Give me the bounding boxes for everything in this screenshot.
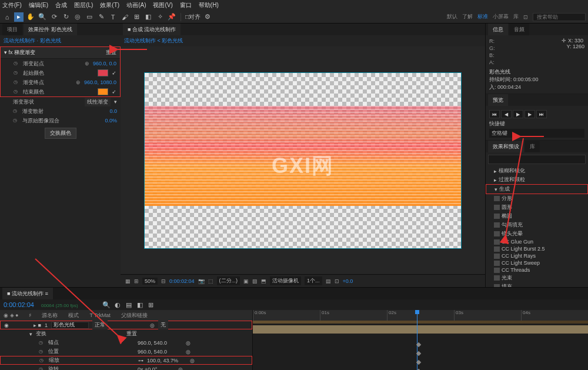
layer-blendmode[interactable]: 正常 <box>92 321 108 329</box>
tl-search-icon[interactable]: 🔍 <box>102 301 111 310</box>
channel-icon[interactable]: ⬚ <box>208 278 213 284</box>
orbit-tool[interactable]: ⟳ <box>49 12 59 22</box>
res-icon[interactable]: ⊞ <box>134 278 139 284</box>
current-time[interactable]: 0:00:02:04 <box>0 299 38 310</box>
grid-icon[interactable]: ▦ <box>125 278 131 284</box>
stopwatch-icon[interactable]: ◷ <box>14 70 19 76</box>
menu-edit[interactable]: 编辑(E) <box>29 1 48 9</box>
menu-window[interactable]: 窗口 <box>180 1 192 9</box>
menu-help[interactable]: 帮助(H) <box>199 1 219 9</box>
stopwatch-icon[interactable]: ◷ <box>13 118 19 124</box>
menu-layer[interactable]: 图层(L) <box>74 1 93 9</box>
tree-cat-generate[interactable]: ▾ 生成 <box>486 184 588 194</box>
effect-reset[interactable]: 重置 <box>106 49 116 56</box>
stopwatch-icon[interactable]: ◷ <box>39 358 45 364</box>
tree-item[interactable]: 填充 <box>486 282 588 287</box>
tab-info[interactable]: 信息 <box>488 24 508 35</box>
tree-cat[interactable]: ▸ 模糊和锐化 <box>486 166 588 175</box>
brush-tool[interactable]: 🖌 <box>120 12 129 22</box>
stopwatch-icon[interactable]: ◷ <box>39 340 45 346</box>
zoom-tool[interactable]: 🔍 <box>38 12 47 22</box>
hdr-parent[interactable]: 父级和链接 <box>121 312 148 319</box>
play-button[interactable]: ▶ <box>513 110 523 118</box>
ws-standard[interactable]: 标准 <box>477 13 488 21</box>
tab-timeline-comp[interactable]: ■ 流动光线制作 ≡ <box>2 288 53 299</box>
tree-item[interactable]: 分形 <box>486 194 588 203</box>
tab-effect-controls[interactable]: 效果控件 彩色光线 <box>24 24 77 35</box>
val-ramp-start[interactable]: 960.0, 0.0 <box>93 61 116 66</box>
layer-name-input[interactable] <box>51 322 89 329</box>
val-anchor[interactable]: 960.0, 540.0 <box>138 340 167 346</box>
exposure[interactable]: +0.0 <box>343 278 353 284</box>
effects-tree[interactable]: ▸ 模糊和锐化 ▸ 过渡和颗粒 ▾ 生成 分形 圆形 椭圆 勾画填充 镜头光晕 … <box>486 166 588 287</box>
tree-item[interactable]: CC Glue Gun <box>486 238 588 245</box>
ws-default[interactable]: 默认 <box>447 13 457 21</box>
hdr-source[interactable]: 源名称 <box>42 312 58 319</box>
selection-tool[interactable]: ▸ <box>14 12 24 22</box>
stopwatch-icon[interactable]: ◷ <box>14 61 19 66</box>
stopwatch-icon[interactable]: ◷ <box>13 108 19 114</box>
swatch-end[interactable] <box>98 88 108 95</box>
help-search[interactable] <box>533 13 586 21</box>
val-ramp-end[interactable]: 960.0, 1080.0 <box>84 79 116 85</box>
comp-crumb[interactable]: 流动光线制作 < 彩色光线 <box>121 35 485 46</box>
ws-lib[interactable]: 库 <box>513 13 519 21</box>
menu-effect[interactable]: 效果(T) <box>100 1 119 9</box>
shortcut-dropdown[interactable]: 空格键 <box>489 129 584 138</box>
hdr-mode[interactable]: 模式 <box>68 312 79 319</box>
zoom-dropdown[interactable]: 50% <box>142 278 158 285</box>
val-rotation[interactable]: 0x +0.0° <box>138 366 157 371</box>
time-ruler[interactable]: 0:00s01s02s03s04s <box>253 310 588 321</box>
eyedropper-icon[interactable]: ➶ <box>112 89 116 95</box>
ws-small[interactable]: 小屏幕 <box>493 13 509 21</box>
next-frame-button[interactable]: ▶ <box>524 110 535 118</box>
anchor-tool[interactable]: ◎ <box>73 12 82 22</box>
eyedropper-icon[interactable]: ➶ <box>112 70 116 76</box>
tree-item[interactable]: 光束 <box>486 274 588 282</box>
hand-tool[interactable]: ✋ <box>26 12 35 22</box>
effects-search[interactable] <box>488 155 586 164</box>
layer-parent[interactable]: 无 <box>158 321 168 329</box>
effect-name[interactable]: 梯度渐变 <box>14 49 35 55</box>
text-tool[interactable]: T <box>108 12 118 22</box>
pin-icon[interactable]: ⊡ <box>523 14 528 20</box>
mask-icon[interactable]: ⬒ <box>261 278 266 284</box>
rotate-tool[interactable]: ↻ <box>61 12 71 22</box>
tab-composition[interactable]: ■ 合成 流动光线制作 <box>123 24 181 35</box>
chevron-down-icon[interactable]: ▾ <box>114 99 117 105</box>
tree-item[interactable]: CC Light Sweep <box>486 259 588 266</box>
menu-file[interactable]: 文件(F) <box>2 1 22 9</box>
val-scatter[interactable]: 0.0 <box>109 108 117 114</box>
stopwatch-icon[interactable]: ◷ <box>39 366 45 371</box>
clone-tool[interactable]: ⊞ <box>132 12 141 22</box>
stopwatch-icon[interactable]: ◷ <box>14 89 19 95</box>
menu-anim[interactable]: 动画(A) <box>126 1 146 9</box>
work-area-bar[interactable] <box>253 321 588 324</box>
val-scale[interactable]: 100.0, 43.7% <box>147 358 178 364</box>
menu-view[interactable]: 视图(V) <box>153 1 172 9</box>
swap-colors-button[interactable]: 交换颜色 <box>45 128 76 139</box>
timeline-track-area[interactable]: 0:00s01s02s03s04s <box>253 310 588 370</box>
val-blend[interactable]: 0.0% <box>105 118 117 124</box>
tl-opt4-icon[interactable]: ⊞ <box>146 301 156 310</box>
tab-preview[interactable]: 预览 <box>488 94 508 106</box>
snap-opt-icon[interactable]: ⚙ <box>203 12 212 22</box>
tab-project[interactable]: 项目 <box>2 24 22 35</box>
resolution-dropdown[interactable]: (二分...) <box>217 276 240 285</box>
camera-dropdown[interactable]: 活动摄像机 <box>270 276 301 285</box>
menu-comp[interactable]: 合成 <box>55 1 67 9</box>
goto-end-button[interactable]: ⏭ <box>536 110 547 118</box>
tree-item[interactable]: CC Threads <box>486 266 588 274</box>
goto-start-button[interactable]: ⏮ <box>489 110 500 118</box>
stopwatch-icon[interactable]: ◷ <box>14 79 19 85</box>
prev-frame-button[interactable]: ◀ <box>501 110 512 118</box>
tab-effects-presets[interactable]: 效果和预设 <box>488 141 524 152</box>
tab-library[interactable]: 库 <box>525 141 540 152</box>
tl-opt3-icon[interactable]: ◧ <box>135 301 145 310</box>
tree-item[interactable]: 圆形 <box>486 203 588 212</box>
preview-viewport[interactable]: GXI网 <box>121 46 485 274</box>
snap-toggle[interactable]: □对齐 <box>185 13 201 21</box>
tab-audio[interactable]: 音频 <box>509 24 529 35</box>
home-tool[interactable]: ⌂ <box>2 12 12 22</box>
tree-item[interactable]: 椭圆 <box>486 212 588 221</box>
